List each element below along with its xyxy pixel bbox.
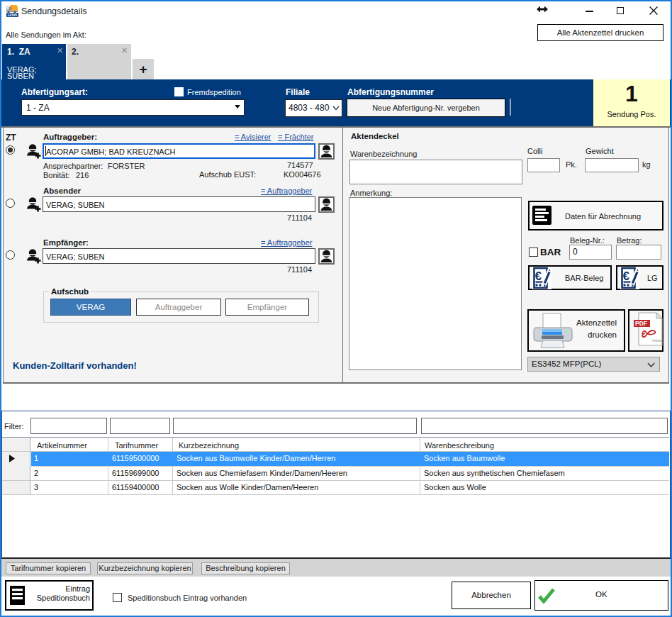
svg-text:Adobe: Adobe <box>652 338 663 343</box>
svg-text:12345: 12345 <box>7 13 17 17</box>
svg-text:€: € <box>535 269 542 283</box>
svg-text:€: € <box>623 269 630 283</box>
svg-text:PDF: PDF <box>635 320 647 327</box>
